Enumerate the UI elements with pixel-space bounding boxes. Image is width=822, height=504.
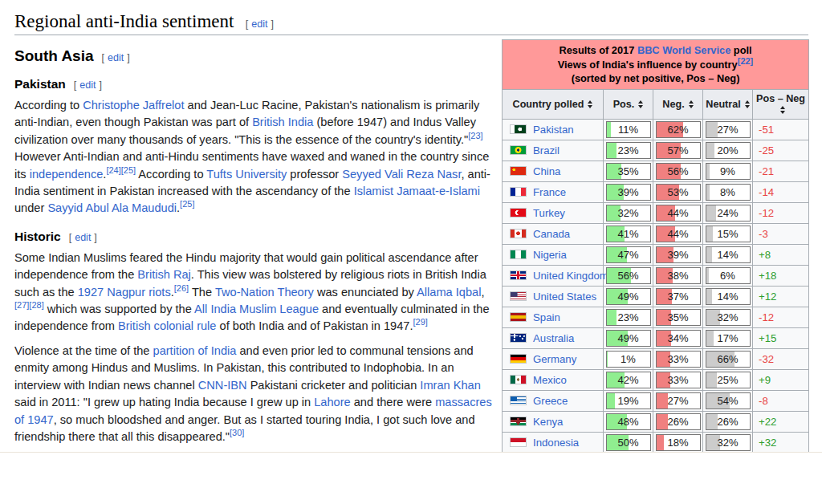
country-link-greece[interactable]: Greece (533, 395, 568, 407)
net-value: -12 (753, 307, 809, 327)
wiki-link[interactable]: Tufts University (206, 168, 287, 181)
reference-link[interactable]: [22] (738, 55, 754, 65)
edit-link[interactable]: edit (251, 18, 267, 30)
country-link-brazil[interactable]: Brazil (533, 144, 560, 156)
table-row-greece: Greece19%27%54%-8 (503, 390, 809, 411)
country-link-germany[interactable]: Germany (533, 353, 576, 365)
text-run: According to (14, 99, 83, 112)
flag-germany-icon (510, 354, 527, 364)
wiki-link[interactable]: Seyyed Vali Reza Nasr (342, 168, 461, 181)
country-link-kenya[interactable]: Kenya (533, 416, 563, 428)
wiki-link[interactable]: partition of India (153, 344, 237, 357)
sort-icon[interactable] (588, 100, 592, 108)
text-run: , so much bloodshed and anger. But as I … (14, 413, 475, 443)
country-link-canada[interactable]: Canada (533, 228, 570, 240)
edit-section-link[interactable]: [edit] (74, 79, 102, 91)
reference-link[interactable]: [30] (230, 428, 244, 437)
net-value: -25 (753, 140, 809, 161)
country-link-china[interactable]: China (533, 165, 560, 177)
column-label: Pos – Neg (756, 93, 805, 104)
country-link-pakistan[interactable]: Pakistan (533, 124, 574, 136)
neutral-value: 24% (706, 205, 750, 221)
country-link-australia[interactable]: Australia (533, 332, 574, 344)
wiki-link[interactable]: Islamist Jamaat-e-Islami (354, 185, 480, 197)
wiki-link[interactable]: British Raj (137, 268, 191, 281)
pos-value: 49% (607, 331, 650, 346)
table-row-turkey: Turkey32%44%24%-12 (503, 202, 809, 223)
net-value: +12 (753, 286, 809, 307)
article-text-column: South Asia[edit] Pakistan[edit] Accordin… (14, 37, 493, 452)
wiki-link[interactable]: Allama Iqbal (417, 286, 481, 299)
flag-pakistan-icon (510, 124, 527, 134)
sort-icon[interactable] (745, 100, 750, 108)
wiki-link[interactable]: CNN-IBN (198, 379, 247, 392)
sort-icon[interactable] (689, 100, 694, 108)
column-label: Pos. (613, 99, 635, 110)
wiki-link[interactable]: Christophe Jaffrelot (83, 99, 184, 112)
neg-bar: 34% (656, 330, 701, 347)
neg-bar: 44% (656, 226, 701, 242)
text-run: which was supported by the (44, 303, 194, 315)
viewport-bottom-blank (0, 452, 822, 504)
neutral-value: 66% (706, 352, 750, 367)
neutral-bar: 8% (706, 184, 751, 201)
neutral-bar: 6% (706, 267, 751, 284)
country-link-mexico[interactable]: Mexico (533, 374, 567, 386)
wiki-link[interactable]: British India (252, 116, 313, 128)
column-header-neg[interactable]: Neg. (653, 89, 703, 119)
column-header-neutral[interactable]: Neutral (703, 89, 753, 119)
country-link-nigeria[interactable]: Nigeria (533, 249, 567, 261)
table-row-france: France39%53%8%-14 (503, 181, 809, 202)
neg-bar: 33% (656, 351, 701, 368)
column-label: Neg. (662, 99, 684, 110)
reference-link[interactable]: [23] (468, 131, 482, 140)
text-run: was enunciated by (314, 286, 417, 299)
wiki-link[interactable]: Lahore (314, 396, 350, 408)
wiki-link[interactable]: Two-Nation Theory (215, 286, 314, 299)
page-title-row: Regional anti-India sentiment [edit] (14, 0, 808, 35)
flag-australia-icon (510, 333, 527, 343)
table-caption: Results of 2017 BBC World Service poll V… (503, 40, 809, 90)
reference-link[interactable]: [25] (180, 200, 194, 209)
edit-section-link[interactable]: [edit] (102, 52, 130, 63)
sort-icon[interactable] (780, 106, 785, 114)
wiki-link[interactable]: BBC World Service (637, 44, 730, 56)
wiki-link[interactable]: independence (30, 168, 104, 181)
heading-south-asia: South Asia[edit] (14, 47, 493, 65)
caption-line-3: (sorted by net positive, Pos – Neg) (507, 71, 804, 86)
sort-icon[interactable] (638, 100, 643, 108)
reference-link[interactable]: [24][25] (106, 165, 136, 175)
wiki-link[interactable]: Imran Khan (420, 379, 480, 392)
reference-link[interactable]: [26] (174, 283, 189, 293)
reference-link[interactable]: [29] (413, 318, 428, 327)
country-link-indonesia[interactable]: Indonesia (533, 437, 579, 449)
edit-link[interactable]: edit (75, 232, 91, 243)
neutral-value: 25% (706, 372, 750, 388)
edit-section-link[interactable]: [edit] (246, 18, 274, 30)
neg-value: 57% (657, 143, 700, 158)
table-row-australia: Australia49%34%17%+15 (503, 327, 809, 348)
pos-bar: 23% (606, 309, 651, 326)
neutral-value: 15% (706, 226, 750, 242)
edit-link[interactable]: edit (108, 52, 124, 63)
text-run: Violence at the time of the (14, 344, 153, 357)
column-header-pos[interactable]: Pos. (604, 89, 653, 119)
neutral-value: 14% (706, 247, 750, 262)
edit-link[interactable]: edit (79, 79, 96, 91)
country-link-france[interactable]: France (533, 186, 566, 198)
country-link-united-kingdom[interactable]: United Kingdom (533, 270, 608, 282)
column-header-country-polled[interactable]: Country polled (503, 89, 604, 119)
wiki-link[interactable]: All India Muslim League (194, 303, 319, 315)
table-row-mexico: Mexico42%33%25%+9 (503, 369, 809, 390)
pos-value: 23% (607, 143, 650, 158)
reference-link[interactable]: [27][28] (14, 300, 44, 310)
wiki-link[interactable]: British colonial rule (118, 319, 216, 332)
edit-section-link[interactable]: [edit] (69, 232, 97, 243)
column-header-pos-neg[interactable]: Pos – Neg (753, 89, 809, 119)
country-link-spain[interactable]: Spain (533, 311, 560, 323)
country-link-turkey[interactable]: Turkey (533, 207, 565, 219)
wiki-link[interactable]: Sayyid Abul Ala Maududi (47, 201, 177, 214)
neg-value: 39% (657, 247, 700, 262)
wiki-link[interactable]: 1927 Nagpur riots (78, 286, 171, 299)
country-link-united-states[interactable]: United States (533, 291, 596, 303)
